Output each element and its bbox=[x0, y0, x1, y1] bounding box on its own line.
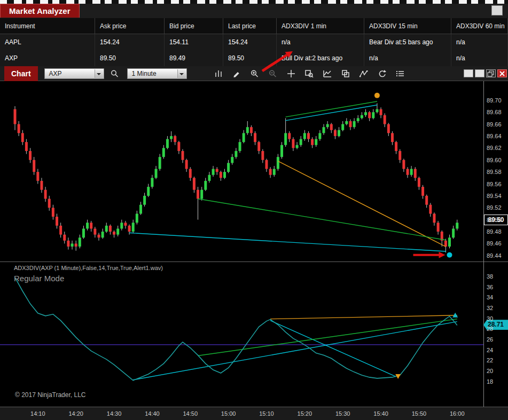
search-icon bbox=[110, 69, 120, 78]
instrument-link-button[interactable] bbox=[464, 69, 473, 77]
price-axis-label: 89.44 bbox=[487, 252, 502, 259]
adx-axis-label: 20 bbox=[487, 367, 493, 375]
price-axis-label: 89.52 bbox=[487, 204, 502, 211]
restore-icon bbox=[487, 70, 495, 77]
adx-axis-label: 28 bbox=[487, 325, 493, 332]
column-header-bid[interactable]: Bid price bbox=[165, 18, 223, 34]
chevron-down-icon bbox=[95, 69, 103, 78]
adx-axis-label: 32 bbox=[487, 304, 493, 312]
interval-link-button[interactable] bbox=[475, 69, 484, 77]
price-axis-label: 89.62 bbox=[487, 144, 502, 152]
price-axis-label: 89.60 bbox=[487, 156, 502, 164]
price-axis-label: 89.70 bbox=[487, 97, 502, 104]
cell-ask: 154.24 bbox=[95, 34, 165, 50]
axis-divider bbox=[483, 81, 484, 407]
adx-axis-label: 38 bbox=[487, 273, 493, 280]
annotation-arrow-bull-div bbox=[260, 48, 297, 74]
price-trendlines[interactable] bbox=[129, 101, 446, 251]
cell-instrument[interactable]: AXP bbox=[0, 50, 95, 66]
instrument-select[interactable]: AXP bbox=[44, 68, 104, 79]
adx-axis-label: 26 bbox=[487, 336, 493, 343]
layers-icon bbox=[341, 69, 350, 78]
adx-line bbox=[15, 278, 457, 381]
cell-bid: 89.49 bbox=[165, 50, 223, 66]
price-markers bbox=[374, 93, 452, 258]
list-icon bbox=[395, 69, 405, 78]
price-axis-label: 89.64 bbox=[487, 132, 502, 140]
chart-tab[interactable]: Chart bbox=[4, 66, 38, 81]
price-axis-label: 89.54 bbox=[487, 192, 502, 200]
time-axis[interactable]: 14:1014:2014:3014:4014:5015:0015:1015:20… bbox=[0, 407, 508, 420]
quotes-table: Instrument Ask price Bid price Last pric… bbox=[0, 18, 508, 66]
window-controls bbox=[464, 69, 508, 77]
data-box-button[interactable] bbox=[302, 67, 317, 80]
chart-style-icon bbox=[214, 69, 223, 78]
instrument-select-value: AXP bbox=[49, 70, 62, 77]
price-axis-label: 89.50 bbox=[487, 216, 502, 224]
cell-adx15: n/a bbox=[364, 50, 451, 66]
reload-icon bbox=[377, 69, 387, 78]
column-header-ask[interactable]: Ask price bbox=[95, 18, 165, 34]
chart-objects-button[interactable] bbox=[338, 67, 353, 80]
instrument-search-button[interactable] bbox=[107, 67, 122, 80]
zigzag-button[interactable] bbox=[356, 67, 371, 80]
orange-dot-marker bbox=[374, 93, 380, 98]
interval-select[interactable]: 1 Minute bbox=[127, 68, 187, 79]
restore-window-button[interactable] bbox=[486, 69, 496, 77]
price-axis-label: 89.58 bbox=[487, 168, 502, 176]
mode-label: Regular Mode bbox=[14, 274, 64, 283]
cell-ask: 89.50 bbox=[95, 50, 165, 66]
indicators-icon bbox=[323, 69, 332, 78]
copyright-text: © 2017 NinjaTrader, LLC bbox=[15, 391, 85, 399]
column-header-adx15[interactable]: ADX3DIV 15 min bbox=[364, 18, 451, 34]
price-axis-label: 89.48 bbox=[487, 228, 502, 235]
price-axis-label: 89.66 bbox=[487, 121, 502, 128]
price-chart[interactable] bbox=[0, 81, 483, 261]
pencil-icon bbox=[232, 69, 241, 78]
reload-button[interactable] bbox=[374, 67, 389, 80]
properties-button[interactable] bbox=[393, 67, 408, 80]
indicators-button[interactable] bbox=[320, 67, 335, 80]
time-axis-label: 14:30 bbox=[105, 410, 124, 417]
market-analyzer-window: Market Analyzer Instrument Ask price Bid… bbox=[0, 0, 508, 420]
time-axis-label: 14:10 bbox=[28, 410, 48, 417]
adx-axis-label: 24 bbox=[487, 346, 493, 354]
column-header-instrument[interactable]: Instrument bbox=[0, 18, 95, 34]
interval-select-value: 1 Minute bbox=[132, 70, 157, 77]
time-axis-label: 16:00 bbox=[448, 410, 467, 417]
market-analyzer-tab[interactable]: Market Analyzer bbox=[0, 4, 80, 18]
drawing-tools-button[interactable] bbox=[229, 67, 244, 80]
cell-instrument[interactable]: AAPL bbox=[0, 34, 95, 50]
price-axis-label: 89.68 bbox=[487, 108, 502, 116]
panel-divider[interactable] bbox=[0, 261, 508, 262]
data-box-icon bbox=[304, 69, 314, 78]
chart-panel: ADX3DIV(AXP (1 Minute),False,14,True,Tru… bbox=[0, 81, 508, 407]
column-header-adx1[interactable]: ADX3DIV 1 min bbox=[277, 18, 364, 34]
candles bbox=[14, 103, 459, 252]
column-header-adx60[interactable]: ADX3DIV 60 min bbox=[451, 18, 508, 34]
close-icon bbox=[499, 70, 505, 77]
time-axis-label: 14:50 bbox=[181, 410, 200, 417]
time-axis-label: 15:30 bbox=[333, 410, 353, 417]
adx-axis-label: 34 bbox=[487, 294, 493, 301]
price-axis-label: 89.56 bbox=[487, 180, 502, 188]
time-axis-label: 15:50 bbox=[409, 410, 428, 417]
cyan-dot-marker bbox=[447, 252, 452, 258]
cell-adx60: n/a bbox=[451, 34, 508, 50]
zoom-in-icon bbox=[250, 69, 260, 78]
chart-toolbar: Chart AXP 1 Minute bbox=[0, 66, 508, 81]
column-header-last[interactable]: Last price bbox=[223, 18, 277, 34]
chart-style-button[interactable] bbox=[211, 67, 226, 80]
time-axis-label: 14:40 bbox=[143, 410, 162, 417]
title-bar: Market Analyzer bbox=[0, 4, 508, 18]
close-button[interactable] bbox=[497, 69, 507, 77]
adx3div-indicator-chart[interactable] bbox=[0, 261, 483, 407]
chevron-down-icon bbox=[177, 69, 186, 78]
price-axis-label: 89.46 bbox=[487, 240, 502, 247]
time-axis-label: 15:10 bbox=[257, 410, 276, 417]
titlebar-button[interactable] bbox=[491, 5, 503, 15]
cell-adx60: n/a bbox=[451, 50, 508, 66]
adx-trendlines[interactable] bbox=[133, 315, 457, 380]
time-axis-label: 15:20 bbox=[295, 410, 314, 417]
toolbar-icon-group bbox=[209, 67, 409, 80]
